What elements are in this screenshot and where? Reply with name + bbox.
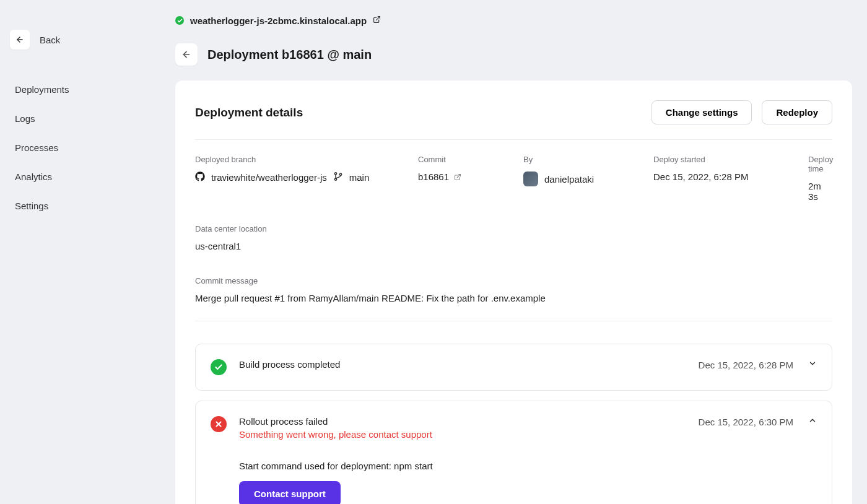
process-build[interactable]: Build process completed Dec 15, 2022, 6:… <box>195 344 832 391</box>
nav-item-settings[interactable]: Settings <box>15 201 131 211</box>
datacenter-value: us-central1 <box>195 241 832 251</box>
app-url-link[interactable]: weatherlogger-js-2cbmc.kinstalocal.app <box>190 15 367 26</box>
page-title: Deployment b16861 @ main <box>207 48 372 62</box>
svg-line-6 <box>457 174 461 178</box>
repo-name: traviewhite/weatherlogger-js <box>211 172 327 183</box>
deployment-back-button[interactable] <box>175 43 198 66</box>
process-subtitle: Something went wrong, please contact sup… <box>239 429 432 440</box>
external-link-icon <box>454 173 461 181</box>
external-link-icon[interactable] <box>373 15 381 26</box>
change-settings-button[interactable]: Change settings <box>651 100 752 124</box>
avatar <box>523 172 538 186</box>
nav: Deployments Logs Processes Analytics Set… <box>10 84 131 211</box>
back-label: Back <box>40 35 60 45</box>
process-time: Dec 15, 2022, 6:30 PM <box>699 417 793 427</box>
deploy-started-value: Dec 15, 2022, 6:28 PM <box>653 172 771 182</box>
commit-hash-link[interactable]: b16861 <box>418 172 486 182</box>
svg-line-1 <box>377 17 380 20</box>
datacenter-label: Data center location <box>195 224 832 233</box>
details-title: Deployment details <box>195 106 303 119</box>
nav-item-deployments[interactable]: Deployments <box>15 84 131 95</box>
github-icon <box>195 172 205 183</box>
back-button[interactable] <box>10 30 30 50</box>
deploy-time-label: Deploy time <box>808 155 833 173</box>
main: weatherlogger-js-2cbmc.kinstalocal.app D… <box>146 0 867 504</box>
x-circle-icon <box>211 416 227 432</box>
branch-label: Deployed branch <box>195 155 381 164</box>
nav-item-processes[interactable]: Processes <box>15 142 131 153</box>
redeploy-button[interactable]: Redeploy <box>762 100 832 124</box>
nav-item-logs[interactable]: Logs <box>15 113 131 124</box>
svg-point-5 <box>339 173 341 175</box>
process-time: Dec 15, 2022, 6:28 PM <box>699 360 793 370</box>
status-ok-icon <box>175 16 184 25</box>
nav-item-analytics[interactable]: Analytics <box>15 172 131 182</box>
commit-hash: b16861 <box>418 172 449 182</box>
chevron-down-icon[interactable] <box>808 359 817 370</box>
deployment-details-card: Deployment details Change settings Redep… <box>175 80 852 504</box>
chevron-up-icon[interactable] <box>808 416 817 427</box>
contact-support-button[interactable]: Contact support <box>239 481 341 504</box>
deploy-started-label: Deploy started <box>653 155 771 164</box>
process-title: Build process completed <box>239 359 340 370</box>
check-circle-icon <box>211 359 227 375</box>
git-branch-icon <box>333 172 343 183</box>
commit-message: Merge pull request #1 from RamyAllam/mai… <box>195 293 832 303</box>
arrow-left-icon <box>15 35 24 44</box>
branch-name: main <box>349 172 370 183</box>
deploy-time-value: 2m 3s <box>808 181 833 202</box>
process-rollout[interactable]: Rollout process failed Something went wr… <box>195 401 832 504</box>
deployer-name: danielpataki <box>544 174 594 185</box>
commit-message-label: Commit message <box>195 276 832 285</box>
sidebar: Back Deployments Logs Processes Analytic… <box>0 0 146 504</box>
by-label: By <box>523 155 616 164</box>
arrow-left-icon <box>181 50 191 59</box>
commit-label: Commit <box>418 155 486 164</box>
svg-point-4 <box>334 178 336 180</box>
svg-point-3 <box>334 173 336 175</box>
process-title: Rollout process failed <box>239 416 432 427</box>
process-body-text: Start command used for deployment: npm s… <box>239 461 817 471</box>
